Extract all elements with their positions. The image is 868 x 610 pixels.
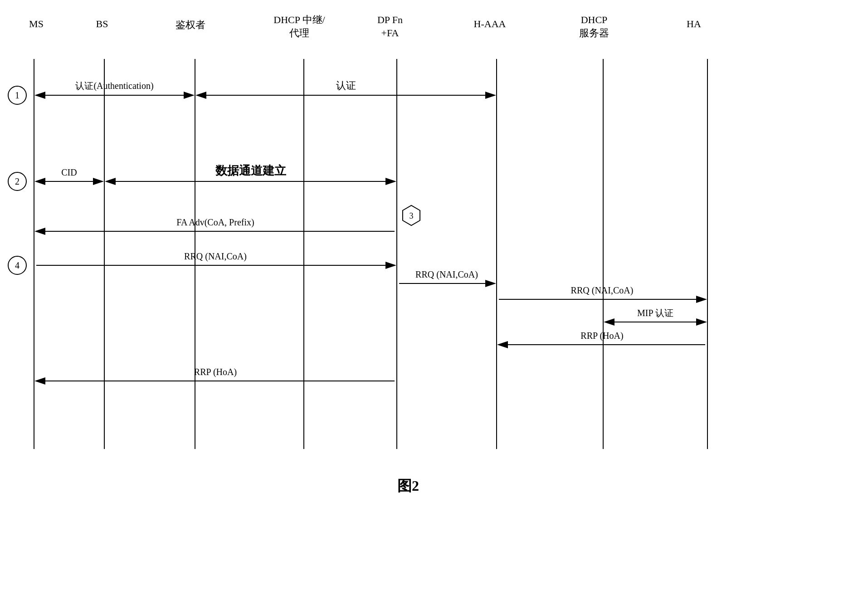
col-header-ms: MS — [18, 18, 54, 30]
col-header-bs: BS — [84, 18, 120, 30]
svg-text:1: 1 — [15, 90, 20, 100]
col-header-dp-fn-fa: DP Fn+FA — [358, 14, 422, 39]
svg-text:4: 4 — [15, 260, 20, 270]
svg-text:MIP 认证: MIP 认证 — [637, 308, 673, 318]
svg-text:RRP (HoA): RRP (HoA) — [580, 331, 623, 341]
col-header-ha: HA — [676, 18, 712, 30]
svg-text:数据通道建立: 数据通道建立 — [215, 164, 287, 177]
svg-text:CID: CID — [61, 167, 77, 177]
svg-text:RRQ (NAI,CoA): RRQ (NAI,CoA) — [415, 269, 478, 280]
svg-text:RRQ (NAI,CoA): RRQ (NAI,CoA) — [571, 285, 634, 296]
svg-text:FA Adv(CoA, Prefix): FA Adv(CoA, Prefix) — [176, 217, 254, 228]
svg-text:3: 3 — [410, 211, 414, 220]
sequence-diagram: 1认证(Authentication)认证2CID数据通道建立3FA Adv(C… — [0, 0, 868, 610]
figure-title: 图2 — [363, 476, 454, 496]
svg-text:认证: 认证 — [336, 80, 356, 91]
svg-text:RRQ (NAI,CoA): RRQ (NAI,CoA) — [184, 251, 247, 262]
col-header-dhcp-server: DHCP服务器 — [562, 14, 626, 39]
diagram-svg: 1认证(Authentication)认证2CID数据通道建立3FA Adv(C… — [0, 0, 868, 610]
svg-text:认证(Authentication): 认证(Authentication) — [75, 81, 153, 91]
svg-text:RRP (HoA): RRP (HoA) — [194, 367, 237, 377]
col-header-h-aaa: H-AAA — [463, 18, 517, 30]
svg-text:2: 2 — [15, 176, 20, 186]
col-header-jianquanzhe: 鉴权者 — [161, 18, 220, 32]
col-header-dhcp-relay: DHCP 中继/代理 — [261, 14, 338, 39]
